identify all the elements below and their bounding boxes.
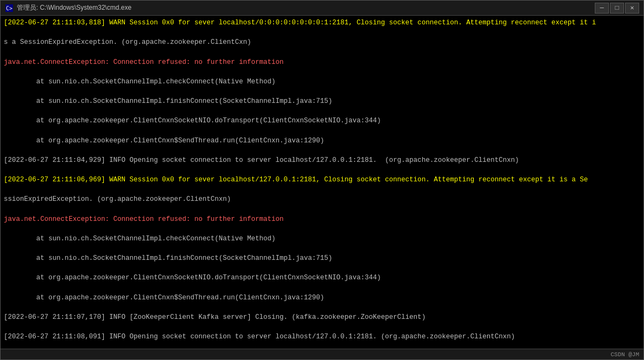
console-line: at sun.nio.ch.SocketChannelImpl.finishCo… [4, 253, 640, 263]
window-title: 管理员: C:\Windows\System32\cmd.exe [17, 3, 595, 12]
maximize-button[interactable]: □ [610, 3, 624, 14]
cmd-icon: C> [5, 4, 14, 12]
console-line: [2022-06-27 21:11:06,969] WARN Session 0… [4, 175, 640, 185]
console-output: [2022-06-27 21:11:03,818] WARN Session 0… [1, 16, 643, 349]
console-line: at org.apache.zookeeper.ClientCnxnSocket… [4, 116, 640, 126]
console-line: at sun.nio.ch.SocketChannelImpl.checkCon… [4, 77, 640, 87]
console-line: at org.apache.zookeeper.ClientCnxnSocket… [4, 273, 640, 283]
console-line: at org.apache.zookeeper.ClientCnxn$SendT… [4, 136, 640, 146]
window-controls: — □ ✕ [595, 3, 639, 14]
cmd-window: C> 管理员: C:\Windows\System32\cmd.exe — □ … [0, 0, 644, 360]
title-bar: C> 管理员: C:\Windows\System32\cmd.exe — □ … [1, 1, 643, 16]
console-line: java.net.ConnectException: Connection re… [4, 57, 640, 67]
minimize-button[interactable]: — [595, 3, 609, 14]
console-line: [2022-06-27 21:11:03,818] WARN Session 0… [4, 18, 640, 28]
console-line: ssionExpiredException. (org.apache.zooke… [4, 194, 640, 204]
console-line: at sun.nio.ch.SocketChannelImpl.finishCo… [4, 96, 640, 106]
status-bar: CSDN @JM [1, 349, 643, 359]
console-line: s a SessionExpiredException. (org.apache… [4, 37, 640, 47]
console-line: [2022-06-27 21:11:07,170] INFO [ZooKeepe… [4, 312, 640, 322]
console-line: [2022-06-27 21:11:08,091] INFO Opening s… [4, 332, 640, 342]
watermark-text: CSDN @JM [610, 351, 639, 358]
close-button[interactable]: ✕ [625, 3, 639, 14]
console-line: at sun.nio.ch.SocketChannelImpl.checkCon… [4, 234, 640, 244]
console-line: java.net.ConnectException: Connection re… [4, 214, 640, 224]
svg-text:C>: C> [6, 5, 12, 11]
console-line: [2022-06-27 21:11:04,929] INFO Opening s… [4, 155, 640, 165]
console-line: at org.apache.zookeeper.ClientCnxn$SendT… [4, 293, 640, 303]
